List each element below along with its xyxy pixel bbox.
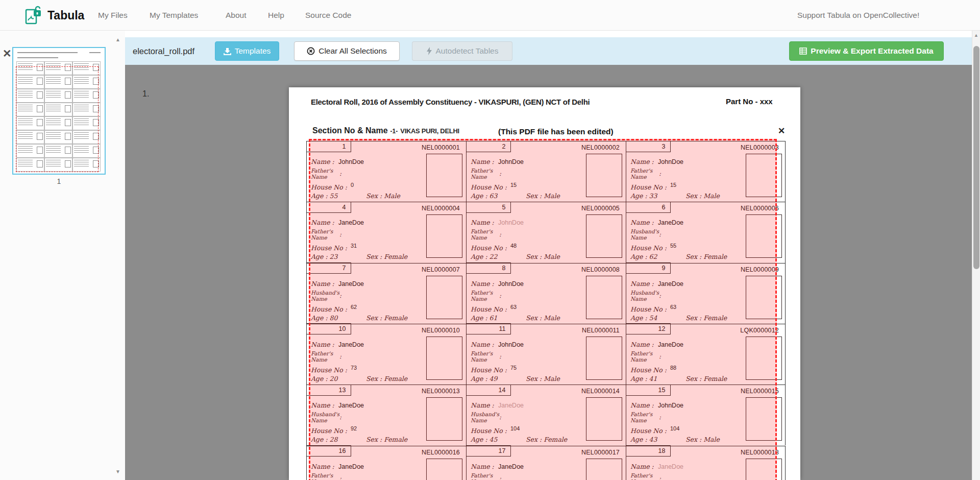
selection-close-icon[interactable]: ✕ <box>778 127 785 135</box>
vertical-scrollbar[interactable]: ▲ <box>972 31 980 480</box>
brand-name: Tabula <box>47 9 84 22</box>
nav-my-templates[interactable]: My Templates <box>150 0 198 31</box>
document-filename: electoral_roll.pdf <box>133 37 194 65</box>
sidebar-scroll-up-icon[interactable]: ▲ <box>115 37 120 42</box>
page-thumbnail-sidebar: ✕ 1 ▲ ▼ <box>0 31 125 480</box>
thumb-title-line <box>17 52 78 53</box>
tabula-app: Tabula My Files My Templates About Help … <box>0 0 980 480</box>
table-selection-overlay[interactable] <box>309 139 777 480</box>
navbar: Tabula My Files My Templates About Help … <box>0 0 980 31</box>
preview-export-label: Preview & Export Extracted Data <box>811 46 933 56</box>
clear-all-selections-button[interactable]: Clear All Selections <box>294 41 400 61</box>
autodetect-tables-label: Autodetect Tables <box>436 46 499 56</box>
nav-help[interactable]: Help <box>268 0 284 31</box>
page-number-label: 1. <box>142 89 149 99</box>
table-icon <box>799 47 807 55</box>
pdf-page[interactable]: Electoral Roll, 2016 of Assembly Constit… <box>289 87 800 480</box>
remove-circle-icon <box>307 47 315 55</box>
pdf-viewer-canvas: 1. Electoral Roll, 2016 of Assembly Cons… <box>125 65 980 480</box>
thumb-section-line <box>17 57 58 58</box>
templates-label: Templates <box>235 46 271 56</box>
toolbar: electoral_roll.pdf Templates Clear All S… <box>125 37 980 65</box>
templates-button[interactable]: Templates <box>215 41 279 61</box>
thumbnail-close-icon[interactable]: ✕ <box>3 48 12 59</box>
sidebar-scroll-down-icon[interactable]: ▼ <box>115 469 120 474</box>
scrollbar-thumb[interactable] <box>973 46 979 269</box>
save-icon <box>224 47 231 55</box>
brand[interactable]: Tabula <box>24 6 84 25</box>
preview-export-button[interactable]: Preview & Export Extracted Data <box>789 41 944 61</box>
nav-my-files[interactable]: My Files <box>98 0 128 31</box>
thumbnail-page-number: 1 <box>12 177 106 185</box>
clear-all-selections-label: Clear All Selections <box>318 46 387 56</box>
autodetect-tables-button[interactable]: Autodetect Tables <box>412 41 512 61</box>
nav-source-code[interactable]: Source Code <box>305 0 351 31</box>
tabula-logo-icon <box>24 6 42 25</box>
scroll-up-icon[interactable]: ▲ <box>974 33 978 38</box>
thumb-selection-overlay <box>16 66 99 172</box>
nav-about[interactable]: About <box>226 0 247 31</box>
flash-icon <box>426 47 432 55</box>
page-thumbnail[interactable] <box>12 47 106 175</box>
nav-support-link[interactable]: Support Tabula on OpenCollective! <box>797 0 919 31</box>
thumb-partno-line <box>89 52 101 53</box>
